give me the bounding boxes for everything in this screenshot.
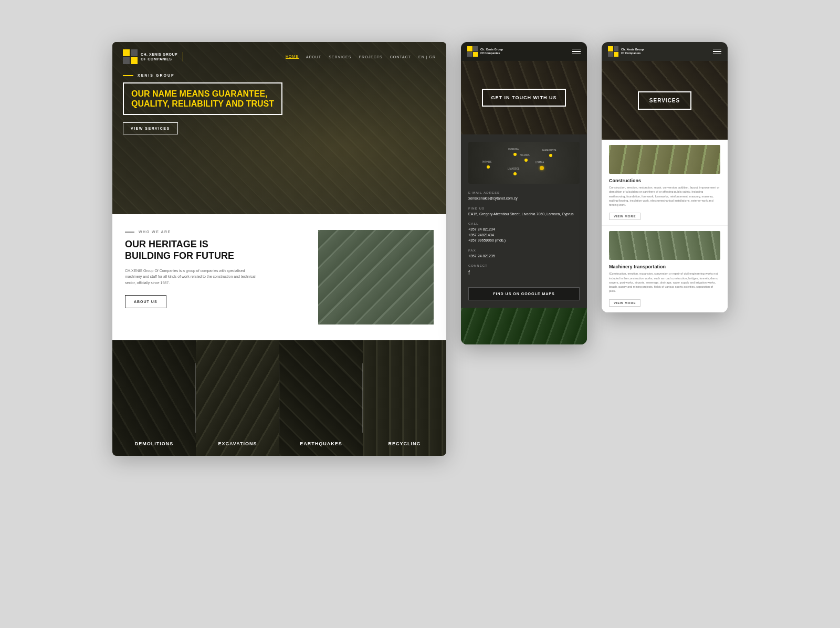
machinery-image (609, 231, 720, 260)
services-list: Constructions Construction, erection, re… (602, 140, 728, 312)
contact-email-label: E-MAIL ADRESS (468, 191, 580, 194)
mobile-mockup-2: Ch. Xenis Group Of Companies SERVICES Co… (602, 42, 728, 312)
mobile-header-1: Ch. Xenis Group Of Companies (461, 42, 587, 61)
hero-subtitle: XENIS GROUP (123, 74, 282, 77)
service-label-earthquakes: EARTHQUAKES (279, 441, 363, 446)
hero-title-box: OUR NAME MEANS GUARANTEE, QUALITY, RELIA… (123, 82, 282, 115)
logo: CH. XENIS GROUP OF COMPANIES (123, 49, 177, 64)
main-canvas: CH. XENIS GROUP OF COMPANIES HOME ABOUT … (0, 0, 840, 628)
mobile-hero-1: GET IN TOUCH WITH US (461, 61, 587, 134)
desktop-nav: CH. XENIS GROUP OF COMPANIES HOME ABOUT … (112, 42, 446, 71)
map-dots: KYRENIA FAMAGUSTA NICOSIA PAPHOS LIVADIA (468, 142, 580, 184)
mobile-logo-1: Ch. Xenis Group Of Companies (467, 46, 503, 57)
about-who-line (125, 232, 134, 233)
service-label-recycling: RECYCLING (363, 441, 446, 446)
map-dot-livadia: LIVADIA (540, 166, 544, 170)
nav-home[interactable]: HOME (286, 55, 299, 59)
nav-lang[interactable]: EN | GR (418, 55, 436, 59)
hamburger-menu-2[interactable] (713, 49, 721, 55)
about-left: WHO WE ARE OUR HERITAGE IS BUILDING FOR … (125, 230, 308, 325)
nav-services[interactable]: SERVICES (329, 55, 351, 59)
find-us-google-maps-button[interactable]: FIND US ON GOOGLE MAPS (468, 287, 580, 300)
map-dot-nicosia: NICOSIA (524, 159, 528, 162)
logo-icon (123, 49, 138, 64)
contact-connect-label: CONNECT (468, 264, 580, 267)
contact-fax-value: +357 24 821235 (468, 254, 580, 259)
hamburger-menu-1[interactable] (572, 49, 581, 55)
nav-about[interactable]: ABOUT (306, 55, 321, 59)
service-earthquakes[interactable]: EARTHQUAKES (279, 340, 363, 456)
contact-social-icon[interactable]: f (468, 269, 580, 277)
nav-divider (183, 52, 183, 61)
hero-content: XENIS GROUP OUR NAME MEANS GUARANTEE, QU… (123, 74, 282, 134)
mobile-logo-2: Ch. Xenis Group Of Companies (608, 46, 644, 57)
logo-text: CH. XENIS GROUP OF COMPANIES (141, 52, 177, 61)
about-image (318, 230, 434, 325)
service-recycling[interactable]: RECYCLING (363, 340, 446, 456)
map-label-livadia: LIVADIA (535, 161, 544, 164)
map-label-limassol: LIMASSOL (508, 168, 520, 170)
map-dot-famagusta: FAMAGUSTA (549, 154, 552, 157)
contact-phone-label: CALL (468, 222, 580, 225)
mobile-mockup-1: Ch. Xenis Group Of Companies GET IN TOUC… (461, 42, 587, 344)
contact-address-label: FIND US (468, 207, 580, 210)
service-excavations[interactable]: EXCAVATIONS (196, 340, 279, 456)
contact-address-field: FIND US EA15, Gregory Afxentiou Street, … (468, 207, 580, 217)
mobile-logo-icon-2 (608, 46, 618, 57)
map-dot-kyrenia: KYRENIA (513, 153, 517, 156)
contact-fax-field: FAX +357 24 821235 (468, 249, 580, 259)
mobile-logo-icon-1 (467, 46, 478, 57)
nav-links: HOME ABOUT SERVICES PROJECTS CONTACT EN … (286, 55, 436, 59)
nav-contact[interactable]: CONTACT (390, 55, 411, 59)
map-area: KYRENIA FAMAGUSTA NICOSIA PAPHOS LIVADIA (468, 142, 580, 184)
map-dot-limassol: LIMASSOL (513, 172, 517, 175)
nav-projects[interactable]: PROJECTS (359, 55, 382, 59)
service-card-constructions: Constructions Construction, erection, re… (602, 140, 728, 226)
about-description: CH.XENIS Group Of Companies is a group o… (125, 268, 261, 286)
contact-fax-label: FAX (468, 249, 580, 252)
services-grid: DEMOLITIONS EXCAVATIONS EARTHQUAKES RECY… (112, 340, 446, 456)
hero-section: CH. XENIS GROUP OF COMPANIES HOME ABOUT … (112, 42, 446, 214)
contact-section: KYRENIA FAMAGUSTA NICOSIA PAPHOS LIVADIA (461, 134, 587, 308)
machinery-view-more[interactable]: VIEW MORE (609, 299, 640, 307)
about-section: WHO WE ARE OUR HERITAGE IS BUILDING FOR … (112, 214, 446, 340)
desktop-mockup: CH. XENIS GROUP OF COMPANIES HOME ABOUT … (112, 42, 446, 456)
about-us-button[interactable]: ABOUT US (125, 295, 166, 308)
constructions-title: Constructions (609, 178, 720, 183)
map-label-paphos: PAPHOS (482, 161, 491, 163)
mobile-logo-text-1: Ch. Xenis Group Of Companies (480, 48, 503, 55)
about-who-label: WHO WE ARE (125, 230, 308, 234)
constructions-image (609, 145, 720, 174)
get-in-touch-button[interactable]: GET IN TOUCH WITH US (482, 89, 566, 107)
hero-title: OUR NAME MEANS GUARANTEE, QUALITY, RELIA… (131, 89, 274, 109)
service-card-machinery: Machinery transportation IConstruction, … (602, 226, 728, 312)
map-label-famagusta: FAMAGUSTA (542, 149, 556, 152)
hero-sub-text: XENIS GROUP (138, 74, 175, 77)
view-services-button[interactable]: VIEW SERVICES (123, 122, 178, 134)
service-label-demolitions: DEMOLITIONS (112, 441, 196, 446)
hero-sub-line (123, 75, 133, 76)
contact-email-field: E-MAIL ADRESS xenisxenakis@cytanet.com.c… (468, 191, 580, 202)
mobile-hero-2: SERVICES (602, 61, 728, 140)
machinery-title: Machinery transportation (609, 264, 720, 269)
mobile-header-2: Ch. Xenis Group Of Companies (602, 42, 728, 61)
mobile-bottom-image-1 (461, 308, 587, 344)
contact-phone-field: CALL +357 24 821234 +357 24821434 +357 9… (468, 222, 580, 244)
mobile-logo-text-2: Ch. Xenis Group Of Companies (621, 48, 644, 55)
service-demolitions[interactable]: DEMOLITIONS (112, 340, 196, 456)
map-dot-paphos: PAPHOS (487, 165, 490, 169)
about-title: OUR HERITAGE IS BUILDING FOR FUTURE (125, 239, 308, 261)
contact-address-value: EA15, Gregory Afxentiou Street, Livadhia… (468, 212, 580, 217)
contact-email-value: xenisxenakis@cytanet.com.cy (468, 196, 580, 202)
machinery-desc: IConstruction, erection, expansion, conv… (609, 271, 720, 293)
contact-connect-field: CONNECT f (468, 264, 580, 277)
service-label-excavations: EXCAVATIONS (196, 441, 279, 446)
services-button[interactable]: SERVICES (638, 91, 691, 110)
map-label-nicosia: NICOSIA (520, 154, 530, 156)
constructions-desc: Construction, erection, restoration, rep… (609, 185, 720, 207)
contact-phone-value: +357 24 821234 +357 24821434 +357 996590… (468, 227, 580, 244)
constructions-view-more[interactable]: VIEW MORE (609, 213, 640, 220)
map-label-kyrenia: KYRENIA (508, 148, 519, 151)
